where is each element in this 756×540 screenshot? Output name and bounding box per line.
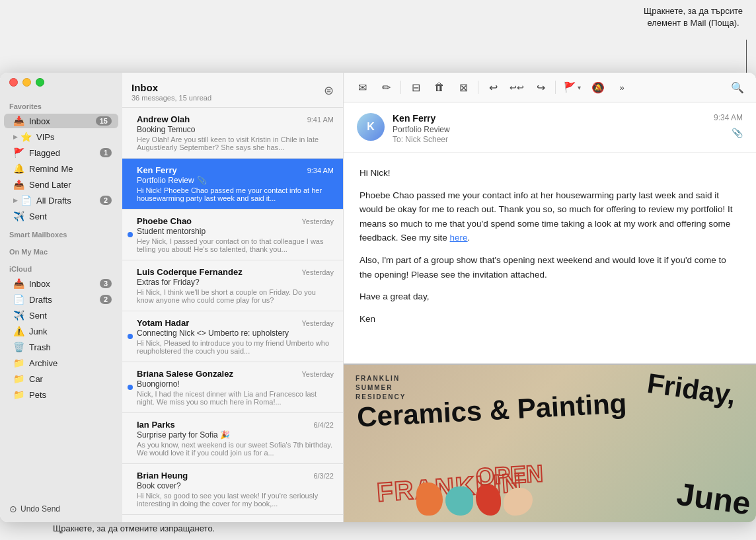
email-view: ✉ ✏ ⊟ 🗑 ⊠ ↩ ↩↩ ↪ 🚩 ▾ 🔕 » 🔍 K [344,73,756,522]
msg-sender: Phoebe Chao [137,216,192,226]
msg-preview: Hi Nick, Pleased to introduce you to my … [137,339,334,355]
compose-button[interactable]: ✏ [375,78,397,96]
search-button[interactable]: 🔍 [727,78,748,96]
sidebar-item-icloud-trash[interactable]: 🗑️ Trash [4,340,118,354]
msg-subject: Surprise party for Sofia 🎉 [137,430,334,440]
close-button[interactable] [9,78,18,87]
message-item[interactable]: Ian Parks 6/4/22 Surprise party for Sofi… [122,413,343,464]
notify-button[interactable]: 🔕 [587,78,609,96]
email-to: To: Nick Scheer [393,135,706,144]
sidebar-item-icloud-pets[interactable]: 📁 Pets [4,387,118,402]
filter-icon[interactable]: ⊜ [324,83,334,98]
message-item[interactable]: Luis Coderque Fernandez Yesterday Extras… [122,260,343,311]
msg-time: Yesterday [301,268,334,276]
sidebar-item-icloud-inbox[interactable]: 📥 Inbox 3 [4,276,118,291]
undo-send-button[interactable]: ⊙ Undo Send [9,504,113,514]
icloud-sent-label: Sent [29,311,112,321]
message-item[interactable]: Phoebe Chao Yesterday Student mentorship… [122,210,343,260]
message-item[interactable]: Andrew Olah 9:41 AM Booking Temuco Hey O… [122,108,343,159]
msg-subject: Extras for Friday? [137,278,334,287]
forward-button[interactable]: ↪ [530,78,551,96]
msg-time: 6/3/22 [313,472,334,480]
delete-button[interactable]: 🗑 [429,78,450,96]
avatar: K [357,113,385,141]
email-link[interactable]: here [450,233,468,243]
all-drafts-label: All Drafts [36,196,100,206]
send-later-label: Send Later [29,180,112,190]
msg-time: Yesterday [301,319,334,327]
message-item[interactable]: Ken Ferry 9:34 AM Portfolio Review 📎 Hi … [122,159,343,210]
icloud-sent-icon: ✈️ [13,310,25,321]
msg-preview: As you know, next weekend is our sweet S… [137,441,334,457]
icloud-archive-label: Archive [29,358,112,368]
all-drafts-icon: 📄 [20,195,32,206]
email-body: Hi Nick! Phoebe Chao passed me your cont… [344,153,756,364]
blob-beige [504,488,533,516]
icloud-inbox-icon: 📥 [13,278,25,289]
msg-time: 9:34 AM [307,167,334,174]
msg-sender: Ian Parks [137,420,175,430]
junk-button[interactable]: ⊠ [453,78,474,96]
icloud-pets-label: Pets [29,390,112,400]
archive-button[interactable]: ⊟ [405,78,426,96]
message-list-header-left: Inbox 36 messages, 15 unread [132,82,211,102]
sidebar-item-remind-me[interactable]: 🔔 Remind Me [4,161,118,176]
sidebar-item-send-later[interactable]: 📤 Send Later [4,177,118,192]
sidebar-item-inbox-fav[interactable]: 📥 Inbox 15 [4,114,118,128]
zoom-button[interactable] [36,78,44,87]
flagged-label: Flagged [29,148,100,158]
icloud-trash-label: Trash [29,342,112,352]
flagged-badge: 1 [100,148,112,157]
toolbar: ✉ ✏ ⊟ 🗑 ⊠ ↩ ↩↩ ↪ 🚩 ▾ 🔕 » 🔍 [344,73,756,102]
msg-preview: Hey Olah! Are you still keen to visit Kr… [137,135,334,151]
tooltip-bottom-text: Щракнете, за да отмените изпращането. [53,523,215,533]
msg-time: 9:41 AM [307,116,334,124]
inbox-label: Inbox [29,116,96,126]
msg-sender: Briana Salese Gonzalez [137,369,233,379]
email-body-para3: Have a great day, [359,289,740,304]
inbox-badge: 15 [96,116,112,126]
minimize-button[interactable] [22,78,31,87]
more-button[interactable]: » [611,78,632,96]
message-item[interactable]: Yotam Hadar Yesterday Connecting Nick <>… [122,311,343,362]
inbox-icon: 📥 [13,116,25,126]
sidebar-item-sent[interactable]: ✈️ Sent [4,209,118,223]
sidebar-item-icloud-drafts[interactable]: 📄 Drafts 2 [4,292,118,307]
icloud-junk-icon: ⚠️ [13,326,25,336]
message-item[interactable]: Briana Salese Gonzalez Yesterday Buongio… [122,362,343,413]
sent-label: Sent [29,212,112,221]
reply-all-button[interactable]: ↩↩ [506,78,527,96]
tooltip-line2: елемент в Mail (Поща). [647,18,739,28]
banner-open-text: OPEN [475,459,544,490]
email-time: 9:34 AM [714,113,743,122]
new-message-button[interactable]: ✉ [352,78,373,96]
sidebar-item-flagged[interactable]: 🚩 Flagged 1 [4,145,118,160]
sent-icon: ✈️ [13,211,25,221]
sidebar-item-vips[interactable]: ▶ ⭐ VIPs [4,130,118,144]
attachment-icon: 📎 [732,128,743,138]
app-window: Favorites 📥 Inbox 15 ▶ ⭐ VIPs 🚩 Flagged … [0,73,756,522]
sidebar-item-icloud-archive[interactable]: 📁 Archive [4,356,118,370]
msg-subject: Portfolio Review 📎 [137,176,334,185]
flag-button[interactable]: 🚩 ▾ [560,79,585,96]
message-items: Andrew Olah 9:41 AM Booking Temuco Hey O… [122,108,343,522]
message-item[interactable]: Brian Heung 6/3/22 Book cover? Hi Nick, … [122,464,343,515]
msg-sender: Andrew Olah [137,114,190,124]
msg-time: 6/4/22 [313,421,334,429]
icloud-drafts-label: Drafts [29,295,100,305]
sidebar-item-all-drafts[interactable]: ▶ 📄 All Drafts 2 [4,193,118,208]
sidebar-item-icloud-car[interactable]: 📁 Car [4,371,118,386]
email-subject: Portfolio Review [393,125,706,134]
sidebar-item-icloud-sent[interactable]: ✈️ Sent [4,308,118,323]
msg-time: Yesterday [301,370,334,378]
email-signature: Ken [359,312,740,327]
msg-preview: Hi Nick, so good to see you last week! I… [137,492,334,508]
sidebar-item-icloud-junk[interactable]: ⚠️ Junk [4,324,118,338]
icloud-archive-icon: 📁 [13,358,25,368]
icloud-inbox-badge: 3 [100,279,112,288]
reply-button[interactable]: ↩ [482,78,504,96]
icloud-inbox-label: Inbox [29,279,100,289]
all-drafts-badge: 2 [100,196,112,205]
unread-indicator [128,334,133,339]
msg-sender: Brian Heung [137,471,188,481]
